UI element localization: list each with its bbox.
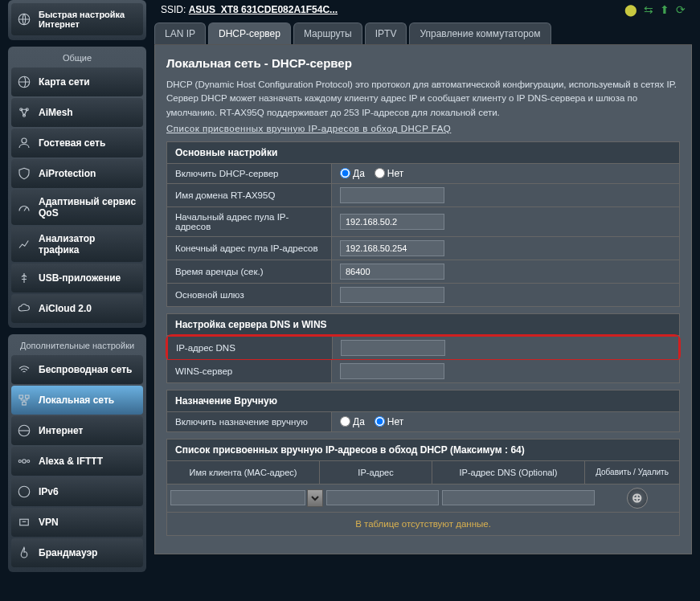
status-icon[interactable]: ⟳ — [676, 3, 686, 16]
globe-icon — [16, 74, 32, 90]
gauge-icon — [16, 199, 32, 215]
sidebar-item-network-map[interactable]: Карта сети — [11, 67, 143, 96]
lease-label: Время аренды (сек.) — [167, 260, 332, 283]
pool-end-input[interactable] — [340, 240, 444, 256]
sidebar-item-guest[interactable]: Гостевая сеть — [11, 129, 143, 157]
sidebar-item-label: VPN — [39, 517, 59, 528]
sidebar-item-quick-setup[interactable]: Быстрая настройка Интернет — [11, 3, 143, 35]
sidebar-item-aiprotection[interactable]: AiProtection — [11, 159, 143, 188]
table-empty-message: В таблице отсутствуют данные. — [167, 512, 679, 535]
svg-point-10 — [23, 460, 27, 464]
guest-icon — [16, 135, 32, 151]
sidebar-item-vpn[interactable]: VPN — [11, 508, 143, 537]
page-title: Локальная сеть - DHCP-сервер — [166, 56, 680, 70]
ip-input[interactable] — [326, 490, 439, 505]
sidebar-item-traffic[interactable]: Анализатор трафика — [11, 227, 143, 262]
col-ip: IP-адрес — [320, 461, 432, 484]
status-icon[interactable]: ⇆ — [644, 3, 653, 16]
wifi-icon — [16, 362, 32, 378]
sidebar-item-aimesh[interactable]: AiMesh — [11, 98, 143, 127]
tab-iptv[interactable]: IPTV — [365, 22, 407, 44]
globe-arrow-icon — [16, 11, 32, 27]
gateway-input[interactable] — [340, 287, 444, 303]
mac-dropdown-button[interactable] — [307, 489, 323, 507]
ssid-label: SSID: — [161, 4, 186, 15]
sidebar-item-label: AiProtection — [39, 168, 96, 179]
svg-point-11 — [18, 460, 21, 463]
sidebar-item-label: Беспроводная сеть — [39, 364, 132, 375]
domain-label: Имя домена RT-AX95Q — [167, 184, 332, 206]
sidebar-item-label: IPv6 — [39, 486, 59, 497]
add-button[interactable]: ⊕ — [627, 488, 648, 509]
manual-enable-label: Включить назначение вручную — [167, 412, 332, 431]
cloud-icon — [16, 300, 32, 317]
mac-input[interactable] — [170, 490, 305, 505]
sidebar-item-qos[interactable]: Адаптивный сервис QoS — [11, 190, 143, 225]
radio-yes[interactable] — [340, 168, 350, 178]
enable-dhcp-label: Включить DHCP-сервер — [167, 164, 332, 183]
svg-point-5 — [22, 138, 27, 143]
dns-optional-input[interactable] — [442, 490, 595, 505]
sidebar-item-alexa[interactable]: Alexa & IFTTT — [11, 447, 143, 476]
status-icon[interactable]: ⬤ — [624, 3, 637, 16]
pool-end-label: Конечный адрес пула IP-адресов — [167, 237, 332, 260]
sidebar-item-label: Анализатор трафика — [39, 233, 138, 256]
sidebar-item-label: USB-приложение — [39, 272, 121, 284]
sidebar-group-advanced: Дополнительные настройки — [11, 337, 143, 355]
svg-point-13 — [18, 486, 30, 497]
svg-rect-6 — [19, 395, 23, 399]
lan-icon — [16, 392, 32, 408]
sidebar-item-label: Гостевая сеть — [39, 137, 105, 149]
tab-switch[interactable]: Управление коммутатором — [409, 22, 551, 44]
radio-no[interactable] — [375, 416, 385, 427]
status-icon[interactable]: ⬆ — [660, 3, 669, 16]
status-icons: ⬤ ⇆ ⬆ ⟳ — [624, 3, 686, 16]
sidebar-item-usb[interactable]: USB-приложение — [11, 264, 143, 292]
table-header: Список присвоенных вручную IP-адресов в … — [167, 440, 679, 460]
radio-yes[interactable] — [340, 416, 350, 427]
dns-ip-input[interactable] — [341, 340, 445, 356]
section-reservations: Список присвоенных вручную IP-адресов в … — [166, 439, 680, 536]
tab-dhcp[interactable]: DHCP-сервер — [208, 22, 291, 44]
sidebar-item-lan[interactable]: Локальная сеть — [11, 386, 143, 415]
wins-input[interactable] — [340, 363, 444, 379]
ssid-bar: SSID: ASUS_XT8 631CDE082A1F54C... ⬤ ⇆ ⬆ … — [154, 0, 692, 22]
pool-start-label: Начальный адрес пула IP-адресов — [167, 207, 332, 236]
sidebar-item-label: Адаптивный сервис QoS — [39, 196, 138, 219]
svg-rect-14 — [20, 519, 29, 525]
sidebar-item-firewall[interactable]: Брандмауэр — [11, 538, 143, 567]
faq-link[interactable]: Список присвоенных вручную IP-адресов в … — [166, 124, 451, 133]
mesh-icon — [16, 104, 32, 121]
ssid-value[interactable]: ASUS_XT8 631CDE082A1F54C... — [189, 4, 338, 15]
tab-lan-ip[interactable]: LAN IP — [154, 22, 206, 44]
tab-routes[interactable]: Маршруты — [293, 22, 362, 44]
domain-input[interactable] — [340, 187, 444, 203]
lease-input[interactable] — [340, 264, 444, 280]
vpn-icon — [16, 514, 32, 530]
section-manual: Назначение Вручную Включить назначение в… — [166, 390, 680, 432]
sidebar-item-label: Брандмауэр — [39, 547, 97, 558]
sidebar-item-wireless[interactable]: Беспроводная сеть — [11, 355, 143, 384]
plus-icon: ⊕ — [632, 490, 642, 505]
pool-start-input[interactable] — [340, 214, 444, 230]
section-basic: Основные настройки Включить DHCP-сервер … — [166, 141, 680, 307]
sidebar-item-label: Интернет — [39, 425, 83, 436]
radio-no[interactable] — [375, 168, 385, 178]
sidebar-item-label: AiMesh — [39, 107, 73, 118]
manual-enable-radio[interactable]: Да Нет — [340, 416, 403, 427]
voice-icon — [16, 453, 32, 469]
col-action: Добавить / Удалить — [585, 461, 679, 484]
svg-point-12 — [27, 460, 30, 463]
section-header: Назначение Вручную — [167, 390, 679, 412]
sidebar-group-general: Общие — [11, 50, 143, 67]
fire-icon — [16, 545, 32, 561]
col-mac: Имя клиента (MAC-адрес) — [167, 461, 320, 484]
wins-label: WINS-сервер — [167, 360, 332, 382]
usb-icon — [16, 270, 32, 286]
sidebar-item-ipv6[interactable]: IPv6 — [11, 477, 143, 506]
sidebar-item-wan[interactable]: Интернет — [11, 416, 143, 445]
sidebar-item-aicloud[interactable]: AiCloud 2.0 — [11, 294, 143, 323]
sidebar-item-label: Локальная сеть — [39, 395, 114, 406]
shield-icon — [16, 166, 32, 182]
enable-dhcp-radio[interactable]: Да Нет — [340, 168, 403, 179]
